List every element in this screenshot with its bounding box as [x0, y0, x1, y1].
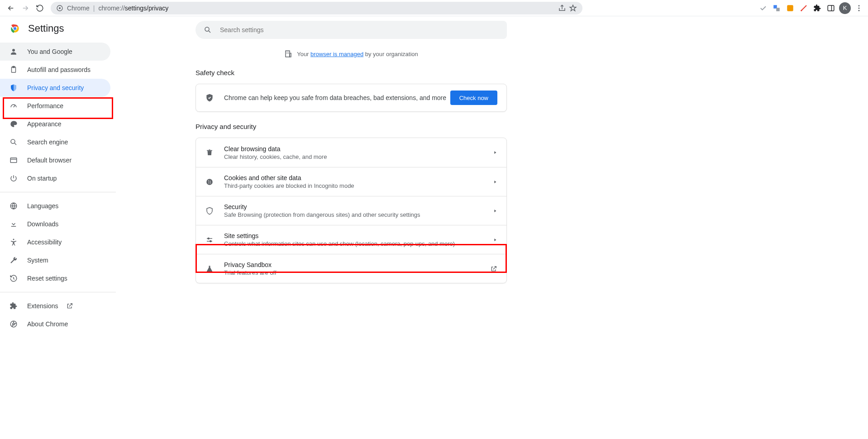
search-icon — [204, 26, 212, 34]
clipboard-icon — [9, 65, 18, 74]
row-title: Privacy Sandbox — [224, 261, 490, 268]
row-title: Clear browsing data — [224, 145, 493, 153]
settings-content: Your browser is managed by your organiza… — [116, 16, 868, 333]
sidebar-item-privacy[interactable]: Privacy and security — [0, 79, 110, 97]
accessibility-icon — [9, 238, 18, 247]
sidebar-item-default-browser[interactable]: Default browser — [0, 151, 110, 169]
svg-point-33 — [208, 180, 209, 181]
sidebar-item-label: Extensions — [27, 302, 58, 310]
sidebar-item-extensions[interactable]: Extensions — [0, 297, 110, 315]
sidebar-item-you-and-google[interactable]: You and Google — [0, 43, 110, 61]
download-icon — [9, 220, 18, 229]
row-security[interactable]: Security Safe Browsing (protection from … — [196, 196, 506, 225]
sidebar-item-appearance[interactable]: Appearance — [0, 115, 110, 133]
chrome-menu-icon[interactable] — [854, 3, 864, 14]
svg-point-32 — [206, 179, 213, 185]
search-settings-bar[interactable] — [196, 21, 507, 39]
sidebar-item-label: Default browser — [27, 157, 72, 164]
sidebar-item-label: Privacy and security — [27, 84, 84, 91]
sidebar-divider — [0, 292, 116, 292]
sidebar-item-languages[interactable]: Languages — [0, 197, 110, 215]
check-now-button[interactable]: Check now — [450, 91, 497, 105]
back-button[interactable] — [4, 1, 18, 15]
extensions-puzzle-icon[interactable] — [812, 3, 823, 14]
row-title: Site settings — [224, 232, 493, 239]
site-info-icon[interactable] — [56, 5, 63, 12]
checkmark-icon[interactable] — [758, 3, 768, 14]
page-title: Settings — [28, 23, 64, 34]
sidebar-item-label: Performance — [27, 102, 63, 110]
privacy-card: Clear browsing data Clear history, cooki… — [196, 138, 507, 283]
person-icon — [9, 47, 18, 56]
shield-icon — [9, 83, 18, 92]
speedometer-icon — [9, 101, 18, 110]
address-bar[interactable]: Chrome | chrome://settings/privacy — [51, 2, 582, 14]
settings-sidebar: Settings You and Google Autofill and pas… — [0, 16, 116, 333]
shield-outline-icon — [205, 207, 214, 215]
reload-icon — [36, 4, 44, 12]
svg-point-25 — [205, 27, 209, 31]
sidebar-item-performance[interactable]: Performance — [0, 97, 110, 115]
sidebar-item-label: Appearance — [27, 120, 62, 128]
sidebar-item-downloads[interactable]: Downloads — [0, 215, 110, 233]
svg-point-40 — [210, 240, 211, 242]
restore-icon — [9, 274, 18, 283]
sidebar-item-label: Downloads — [27, 220, 58, 228]
search-icon — [9, 138, 18, 147]
extension-icon-1[interactable] — [785, 3, 796, 14]
sidebar-item-label: You and Google — [27, 48, 72, 55]
managed-link[interactable]: browser is managed — [310, 51, 363, 57]
puzzle-icon — [9, 301, 18, 310]
row-title: Cookies and other site data — [224, 174, 493, 181]
row-subtitle: Clear history, cookies, cache, and more — [224, 153, 493, 160]
arrow-left-icon — [7, 4, 15, 12]
external-link-icon — [490, 265, 497, 272]
safety-check-card: Chrome can help keep you safe from data … — [196, 84, 507, 112]
sidebar-item-reset[interactable]: Reset settings — [0, 269, 110, 287]
svg-point-35 — [209, 182, 210, 183]
row-subtitle: Trial features are off — [224, 269, 490, 276]
sidebar-item-system[interactable]: System — [0, 251, 110, 269]
sidebar-divider — [0, 192, 116, 192]
sidebar-item-label: Search engine — [27, 138, 68, 146]
wrench-icon — [9, 256, 18, 265]
sidebar-item-accessibility[interactable]: Accessibility — [0, 233, 110, 251]
search-settings-input[interactable] — [220, 26, 499, 33]
svg-rect-16 — [13, 67, 15, 68]
sidebar-item-autofill[interactable]: Autofill and passwords — [0, 61, 110, 79]
bookmark-star-icon[interactable] — [569, 4, 577, 12]
sidebar-item-label: Accessibility — [27, 239, 62, 246]
svg-rect-26 — [286, 51, 290, 57]
row-subtitle: Safe Browsing (protection from dangerous… — [224, 211, 493, 218]
reload-button[interactable] — [33, 1, 47, 15]
extension-icon-2[interactable] — [798, 3, 809, 14]
sidebar-item-label: Autofill and passwords — [27, 66, 91, 73]
row-cookies[interactable]: Cookies and other site data Third-party … — [196, 167, 506, 196]
svg-point-17 — [11, 139, 15, 143]
row-clear-browsing-data[interactable]: Clear browsing data Clear history, cooki… — [196, 138, 506, 167]
forward-button[interactable] — [18, 1, 33, 15]
profile-avatar[interactable]: K — [839, 2, 851, 14]
svg-rect-18 — [10, 158, 17, 163]
palette-icon — [9, 119, 18, 129]
side-panel-icon[interactable] — [825, 3, 836, 14]
sidebar-item-label: On startup — [27, 175, 57, 182]
omnibox-chip: Chrome — [67, 5, 90, 12]
translate-icon[interactable] — [771, 3, 782, 14]
row-site-settings[interactable]: Site settings Controls what information … — [196, 225, 506, 254]
building-icon — [284, 50, 292, 58]
row-privacy-sandbox[interactable]: Privacy Sandbox Trial features are off — [196, 254, 506, 283]
sidebar-item-about[interactable]: About Chrome — [0, 315, 110, 333]
svg-rect-4 — [787, 5, 793, 11]
svg-point-5 — [801, 10, 802, 11]
brand-header: Settings — [0, 23, 116, 43]
chrome-outline-icon — [9, 320, 18, 329]
sidebar-item-search-engine[interactable]: Search engine — [0, 133, 110, 151]
arrow-right-icon — [21, 4, 29, 12]
svg-point-10 — [858, 10, 860, 11]
sidebar-item-label: Reset settings — [27, 275, 67, 282]
sidebar-item-on-startup[interactable]: On startup — [0, 169, 110, 187]
svg-point-22 — [13, 239, 14, 240]
sidebar-item-label: Languages — [27, 202, 58, 210]
share-icon[interactable] — [558, 4, 566, 12]
